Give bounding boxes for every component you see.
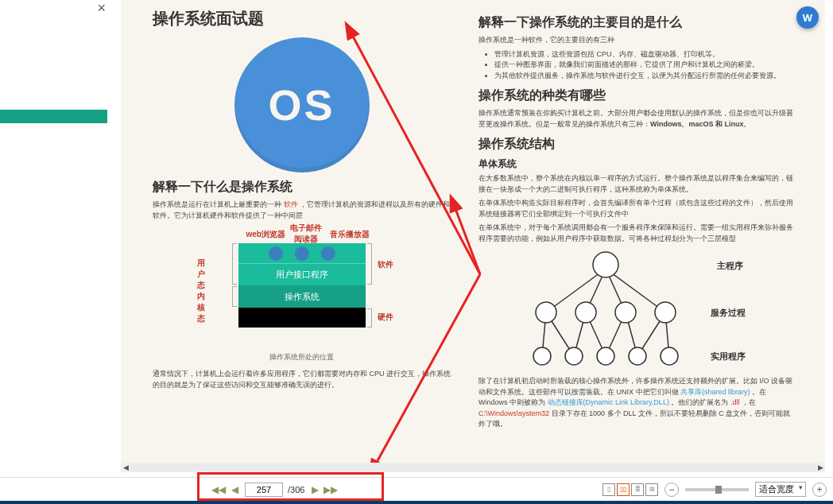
label-usermode: 用户态	[197, 258, 205, 291]
tree-util: 实用程序	[711, 351, 746, 362]
layout-icons: ▯ ▯▯ ≣ ⊞	[602, 483, 658, 496]
svg-line-3	[606, 269, 665, 312]
svg-point-19	[597, 347, 614, 365]
label-software: 软件	[378, 259, 393, 270]
label-web: web浏览器	[246, 229, 285, 240]
svg-point-14	[575, 302, 596, 323]
left-h2: 解释一下什么是操作系统	[153, 179, 451, 196]
r-h3a: 单体系统	[478, 157, 796, 171]
view-double-icon[interactable]: ▯▯	[617, 483, 630, 496]
next-page-button[interactable]: ▶	[309, 484, 320, 495]
view-cont-icon[interactable]: ≣	[631, 483, 644, 496]
prev-page-button[interactable]: ◀	[229, 484, 240, 495]
close-icon[interactable]: ×	[97, 0, 106, 17]
svg-line-0	[546, 269, 606, 312]
r-li1: 管理计算机资源，这些资源包括 CPU、内存、磁盘驱动器、打印机等。	[494, 49, 796, 60]
tree-main: 主程序	[717, 260, 743, 272]
hw-layer	[238, 308, 366, 328]
r-p4: 在单体系统中构造实际目标程序时，会首先编译所有单个过程（或包含这些过程的文件），…	[478, 198, 796, 219]
pager: ◀◀ ◀ /306 ▶ ▶▶	[213, 483, 336, 497]
os-circle-graphic: OS	[234, 37, 370, 173]
zoom-slider[interactable]	[685, 488, 749, 491]
label-kernelmode: 内核态	[197, 291, 205, 324]
scroll-right-icon[interactable]: ▶	[816, 463, 825, 471]
svg-point-18	[565, 347, 583, 365]
stack-diagram: web浏览器 电子邮件阅读器 音乐播放器 用户接口程序 操作系统 用户态 内核态…	[199, 229, 405, 348]
left-title: 操作系统面试题	[153, 8, 451, 29]
page-left: 操作系统面试题 OS 解释一下什么是操作系统 操作系统是运行在计算机上最重要的一…	[121, 0, 471, 472]
stack-caption: 操作系统所处的位置	[153, 352, 451, 362]
word-export-button[interactable]: W	[796, 6, 819, 29]
r-p3: 在大多数系统中，整个系统在内核以单一程序的方式运行。整个操作系统是以程序集合来编…	[478, 173, 796, 195]
side-accent	[0, 110, 107, 123]
taskbar	[0, 501, 833, 504]
r-p1: 操作系统是一种软件，它的主要目的有三种	[478, 35, 796, 46]
label-mail: 电子邮件阅读器	[290, 223, 322, 245]
left-p2: 通常情况下，计算机上会运行着许多应用程序，它们都需要对内存和 CPU 进行交互，…	[153, 369, 451, 390]
bottom-toolbar: ◀◀ ◀ /306 ▶ ▶▶ ▯ ▯▯ ≣ ⊞ − 适合宽度 +	[0, 477, 833, 501]
label-music: 音乐播放器	[330, 229, 370, 240]
r-h2: 操作系统的种类有哪些	[478, 87, 796, 104]
view-single-icon[interactable]: ▯	[602, 483, 615, 496]
left-p1: 操作系统是运行在计算机上最重要的一种 软件 ，它管理计算机的资源和进程以及所有的…	[153, 200, 451, 221]
svg-point-17	[533, 347, 551, 365]
view-grid-icon[interactable]: ⊞	[645, 483, 658, 496]
svg-point-20	[629, 347, 646, 365]
page-input[interactable]	[245, 483, 283, 497]
horizontal-scrollbar[interactable]: ◀ ▶	[121, 463, 825, 472]
zoom-select[interactable]: 适合宽度	[755, 482, 806, 497]
r-h1: 解释一下操作系统的主要目的是什么	[478, 14, 796, 31]
svg-point-16	[655, 302, 676, 323]
os-layer: 操作系统	[238, 285, 366, 308]
page-right: 解释一下操作系统的主要目的是什么 操作系统是一种软件，它的主要目的有三种 管理计…	[471, 0, 820, 472]
tree-service: 服务过程	[711, 307, 746, 319]
scroll-track[interactable]	[130, 463, 816, 471]
svg-point-21	[661, 347, 678, 365]
svg-point-13	[536, 302, 556, 323]
label-hardware: 硬件	[378, 312, 393, 323]
svg-point-15	[615, 302, 636, 323]
zoom-out-button[interactable]: −	[664, 483, 679, 497]
page-total: /306	[288, 485, 304, 494]
r-li2: 提供一种图形界面，就像我们前面描述的那样，它提供了用户和计算机之间的桥梁。	[494, 60, 796, 71]
r-list: 管理计算机资源，这些资源包括 CPU、内存、磁盘驱动器、打印机等。 提供一种图形…	[478, 49, 796, 82]
r-p6: 除了在计算机初启动时所装载的核心操作系统外，许多操作系统还支持额外的扩展。比如 …	[478, 376, 796, 430]
view-controls: ▯ ▯▯ ≣ ⊞ − 适合宽度 +	[602, 482, 827, 497]
ui-layer: 用户接口程序	[238, 263, 366, 285]
apps-row	[238, 243, 366, 263]
zoom-in-button[interactable]: +	[812, 483, 827, 497]
document-viewport: 操作系统面试题 OS 解释一下什么是操作系统 操作系统是运行在计算机上最重要的一…	[121, 0, 825, 472]
scroll-left-icon[interactable]: ◀	[121, 463, 130, 471]
r-h3: 操作系统结构	[478, 136, 796, 153]
r-p2: 操作系统通常预装在你购买计算机之前。大部分用户都会使用默认的操作系统，但是你也可…	[478, 108, 796, 130]
os-text: OS	[268, 80, 335, 130]
r-p5: 在单体系统中，对于每个系统调用都会有一个服务程序来保障和运行。需要一组实用程序来…	[478, 223, 796, 244]
tree-diagram: 主程序 服务过程 实用程序	[502, 249, 773, 376]
svg-point-12	[593, 252, 618, 277]
r-li3: 为其他软件提供服务，操作系统与软件进行交互，以便为其分配运行所需的任何必要资源。	[494, 71, 796, 82]
last-page-button[interactable]: ▶▶	[325, 484, 336, 495]
first-page-button[interactable]: ◀◀	[213, 484, 224, 495]
zoom-thumb[interactable]	[715, 486, 722, 494]
